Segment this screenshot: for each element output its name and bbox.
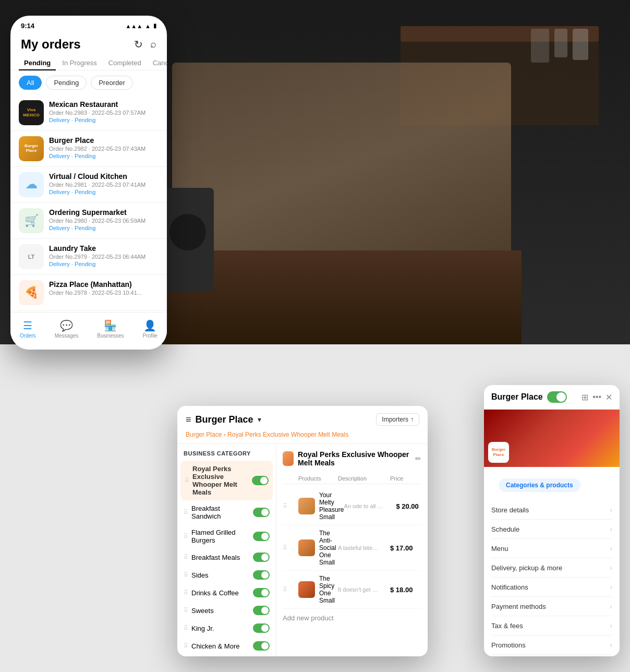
order-meta: Order No.2980 · 2022-05-23 06:59AM — [49, 218, 159, 224]
category-item[interactable]: ⠿ Sweets — [177, 602, 276, 619]
filter-preorder[interactable]: Preorder — [91, 76, 133, 90]
admin-title: Burger Place — [196, 414, 253, 425]
drag-handle-icon: ⠿ — [184, 642, 188, 650]
category-toggle[interactable] — [253, 508, 270, 517]
product-row[interactable]: ⠿ The Anti-Social One Small A tasteful b… — [283, 525, 421, 571]
phone-title: My orders — [21, 37, 81, 52]
tab-completed[interactable]: Completed — [103, 56, 147, 70]
section-title: Royal Perks Exclusive Whooper Melt Meals — [298, 450, 411, 467]
menu-item-payment[interactable]: Payment methods › — [491, 597, 612, 616]
order-logo: VivaMEXICO — [19, 100, 44, 125]
nav-businesses-label: Businesses — [97, 333, 124, 339]
search-icon[interactable]: ⌕ — [150, 38, 156, 51]
admin-main: Royal Perks Exclusive Whooper Melt Meals… — [276, 444, 428, 656]
menu-item-store-details[interactable]: Store details › — [491, 500, 612, 520]
order-item[interactable]: BurgerPlace Burger Place Order No.2982 ·… — [10, 131, 167, 167]
order-item[interactable]: 🍕 Pizza Place (Manhattan) Order No.2978 … — [10, 275, 167, 311]
menu-label: Promotions — [491, 641, 526, 649]
products-table: Products Description Price ⠿ Your Melty … — [283, 473, 421, 609]
chevron-right-icon: › — [610, 583, 612, 591]
categories-products-button[interactable]: Categories & products — [499, 478, 580, 492]
filter-all[interactable]: All — [19, 76, 42, 90]
dropdown-icon[interactable]: ▾ — [258, 415, 261, 424]
order-info: Virtual / Cloud Kitchen Order No.2981 · … — [49, 172, 159, 195]
breadcrumb: Burger Place › Royal Perks Exclusive Who… — [186, 429, 419, 443]
close-icon[interactable]: ✕ — [605, 392, 612, 402]
edit-icon[interactable]: ✏ — [415, 454, 421, 463]
nav-messages[interactable]: 💬 Messages — [51, 317, 83, 341]
category-item[interactable]: ⠿ Family Bundles — [177, 655, 276, 656]
hamburger-menu-icon[interactable]: ≡ — [186, 414, 191, 425]
menu-item-promotions[interactable]: Promotions › — [491, 635, 612, 655]
category-item[interactable]: ⠿ Chicken & More — [177, 637, 276, 655]
category-item-active[interactable]: ⠿ Royal Perks Exclusive Whooper Melt Mea… — [180, 461, 273, 500]
category-name: Chicken & More — [191, 642, 250, 650]
order-item[interactable]: LT Laundry Take Order No.2979 · 2022-05-… — [10, 239, 167, 275]
breadcrumb-separator: › — [224, 431, 227, 438]
product-description: It doesn't get any hotter... — [338, 586, 380, 593]
order-list: VivaMEXICO Mexican Restaurant Order No.2… — [10, 95, 167, 335]
chevron-right-icon: › — [610, 602, 612, 610]
col-products: Products — [298, 475, 338, 482]
settings-toggle[interactable] — [547, 391, 567, 403]
nav-businesses[interactable]: 🏪 Businesses — [93, 317, 128, 341]
category-item[interactable]: ⠿ Sides — [177, 566, 276, 584]
battery-icon: ▮ — [153, 22, 156, 29]
menu-item-notifications[interactable]: Notifications › — [491, 578, 612, 597]
order-logo: ☁ — [19, 172, 44, 197]
category-toggle[interactable] — [252, 476, 269, 485]
category-item[interactable]: ⠿ King Jr. — [177, 619, 276, 637]
phone-panel: 9:14 ▲▲▲ ▲ ▮ My orders ↻ ⌕ Pending In Pr… — [10, 16, 167, 350]
product-thumbnail — [298, 581, 315, 598]
menu-item-delivery[interactable]: Delivery, pickup & more › — [491, 558, 612, 578]
nav-profile[interactable]: 👤 Profile — [139, 317, 162, 341]
grid-icon[interactable]: ⊞ — [581, 392, 588, 402]
more-options-icon[interactable]: ••• — [592, 392, 601, 402]
category-toggle[interactable] — [253, 623, 270, 633]
order-tabs: Pending In Progress Completed Cancelle — [10, 52, 167, 70]
product-row[interactable]: ⠿ The Spicy One Small It doesn't get any… — [283, 571, 421, 609]
tab-cancelled[interactable]: Cancelle — [148, 56, 167, 70]
tab-inprogress[interactable]: In Progress — [57, 56, 102, 70]
category-item[interactable]: ⠿ Drinks & Coffee — [177, 584, 276, 602]
category-toggle[interactable] — [253, 588, 270, 597]
add-product-button[interactable]: Add new product — [283, 609, 421, 627]
category-toggle[interactable] — [253, 570, 270, 580]
menu-item-tax[interactable]: Tax & fees › — [491, 616, 612, 635]
order-info: Mexican Restaurant Order No.2983 · 2022-… — [49, 100, 159, 123]
order-item[interactable]: ☁ Virtual / Cloud Kitchen Order No.2981 … — [10, 167, 167, 203]
category-toggle[interactable] — [253, 641, 270, 651]
category-item[interactable]: ⠿ Flamed Grilled Burgers — [177, 524, 276, 548]
refresh-icon[interactable]: ↻ — [134, 38, 143, 51]
filter-pending[interactable]: Pending — [46, 76, 87, 90]
category-toggle[interactable] — [253, 606, 270, 615]
menu-item-schedule[interactable]: Schedule › — [491, 520, 612, 539]
settings-title-row: Burger Place — [491, 391, 567, 403]
drag-handle-icon: ⠿ — [184, 533, 188, 540]
nav-orders[interactable]: ☰ Orders — [16, 317, 40, 341]
tab-pending[interactable]: Pending — [19, 56, 56, 70]
order-logo: BurgerPlace — [19, 136, 44, 161]
breadcrumb-link[interactable]: Burger Place — [186, 431, 222, 438]
settings-header-icons: ⊞ ••• ✕ — [581, 392, 612, 402]
nav-messages-label: Messages — [55, 333, 79, 339]
order-name: Virtual / Cloud Kitchen — [49, 172, 159, 181]
category-item[interactable]: ⠿ Breakfast Meals — [177, 548, 276, 566]
order-item[interactable]: 🛒 Ordering Supermarket Order No.2980 · 2… — [10, 203, 167, 239]
drag-handle-icon: ⠿ — [185, 477, 189, 484]
category-item[interactable]: ⠿ Breakfast Sandwich — [177, 500, 276, 524]
col-description: Description — [338, 475, 390, 482]
order-meta: Order No.2979 · 2022-05-23 06:44AM — [49, 254, 159, 260]
menu-item-menu[interactable]: Menu › — [491, 539, 612, 558]
product-name: The Anti-Social One Small — [319, 530, 338, 566]
importers-button[interactable]: Importers ↑ — [376, 413, 419, 426]
menu-item-preorder[interactable]: Preorder › — [491, 655, 612, 656]
order-item[interactable]: VivaMEXICO Mexican Restaurant Order No.2… — [10, 95, 167, 131]
drag-handle-icon: ⠿ — [283, 586, 298, 593]
signal-icon: ▲▲▲ — [125, 23, 142, 29]
category-name: Drinks & Coffee — [191, 589, 250, 597]
product-row[interactable]: ⠿ Your Melty Pleasure Small An ode to al… — [283, 487, 421, 525]
product-thumbnail — [298, 539, 315, 556]
category-toggle[interactable] — [253, 553, 270, 562]
category-toggle[interactable] — [253, 532, 270, 541]
